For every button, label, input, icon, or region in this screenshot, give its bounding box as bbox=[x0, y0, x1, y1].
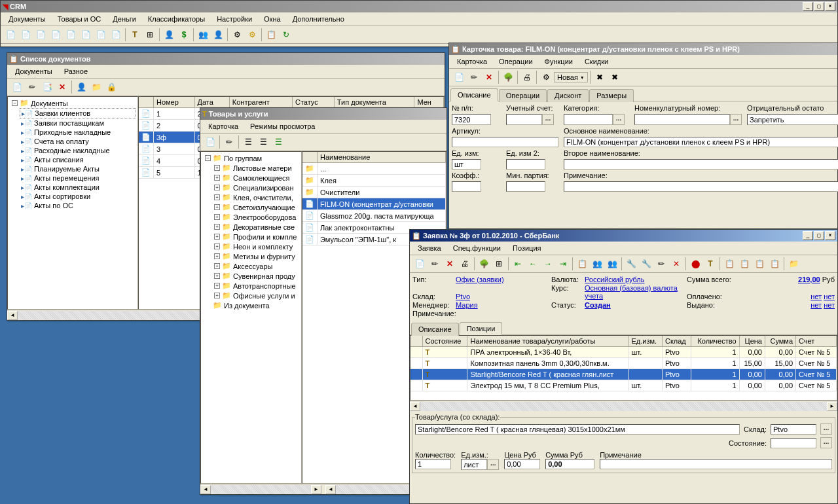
tb-x1-icon[interactable]: ✖ bbox=[592, 70, 607, 84]
table-row[interactable]: TStarlight/Bencore Red T ( красная глян.… bbox=[410, 369, 837, 380]
tb-p3-icon[interactable]: 👥 bbox=[605, 257, 619, 271]
goods-menu-card[interactable]: Карточка bbox=[203, 121, 244, 132]
goods-menu-view[interactable]: Режимы просмотра bbox=[245, 121, 320, 132]
column-header[interactable] bbox=[410, 336, 422, 347]
tb-a4-icon[interactable]: ✕ bbox=[669, 257, 683, 271]
tb-delete-icon[interactable]: ✕ bbox=[55, 80, 69, 94]
tb-p2-icon[interactable]: 👥 bbox=[590, 257, 604, 271]
tb-delete-icon[interactable]: ✕ bbox=[482, 70, 496, 84]
card-menu-func[interactable]: Функции bbox=[539, 56, 578, 67]
scroll-right-icon[interactable]: ► bbox=[311, 485, 321, 494]
tb-list1-icon[interactable]: ☰ bbox=[241, 135, 255, 149]
menu-goods[interactable]: Товары и ОС bbox=[52, 14, 107, 24]
column-header[interactable]: Статус bbox=[292, 97, 334, 108]
column-header[interactable]: Количество bbox=[691, 336, 740, 347]
tree-item[interactable]: +📁Клея, очистители, bbox=[213, 192, 300, 202]
tree-item[interactable]: ▸📄Акты сортировки bbox=[20, 192, 136, 201]
doclist-menu-misc[interactable]: Разное bbox=[59, 66, 93, 77]
card-note-field[interactable] bbox=[564, 181, 838, 192]
store-picker[interactable]: … bbox=[820, 423, 832, 435]
tb-b2-icon[interactable]: T bbox=[703, 257, 718, 271]
tree-item[interactable]: ▸📄Заявки клиентов bbox=[20, 108, 136, 118]
footer-note-field[interactable] bbox=[600, 459, 832, 469]
scroll-right-icon[interactable]: ► bbox=[827, 402, 837, 411]
tree-item[interactable]: ▸📄Расходные накладные bbox=[20, 146, 136, 155]
column-header[interactable]: Склад bbox=[662, 336, 691, 347]
tb-table-icon[interactable]: ⊞ bbox=[143, 27, 157, 42]
column-header[interactable]: Мен bbox=[414, 97, 444, 108]
column-header[interactable]: Контрагент bbox=[229, 97, 292, 108]
list-item[interactable]: 📁Очистители bbox=[302, 187, 446, 198]
tree-from-doc[interactable]: 📁 Из документа bbox=[204, 300, 300, 310]
tb-list3-icon[interactable]: ☰ bbox=[271, 135, 285, 149]
tree-item[interactable]: +📁Сувенирная проду bbox=[213, 271, 300, 281]
tree-item[interactable]: +📁Электрооборудова bbox=[213, 212, 300, 222]
tab-discount[interactable]: Дисконт bbox=[547, 89, 589, 102]
category-field[interactable] bbox=[564, 114, 613, 125]
doclist-menu-docs[interactable]: Документы bbox=[10, 66, 58, 77]
tree-root-documents[interactable]: − 📁 Документы bbox=[10, 98, 136, 108]
price-field[interactable] bbox=[504, 459, 540, 469]
tb-new-icon[interactable]: 📄 bbox=[412, 257, 427, 271]
list-item[interactable]: 📁Клея bbox=[302, 175, 446, 187]
tb-grid-icon[interactable]: ⊞ bbox=[492, 257, 506, 271]
tb-edit-icon[interactable]: ✏ bbox=[222, 135, 236, 149]
card-menu-card[interactable]: Карточка bbox=[452, 56, 492, 67]
footer-store-field[interactable] bbox=[771, 424, 816, 435]
expand-icon[interactable]: + bbox=[214, 243, 220, 249]
close-button[interactable]: × bbox=[825, 231, 835, 240]
tree-item[interactable]: +📁Офисные услуги и bbox=[213, 291, 300, 300]
tb-a3-icon[interactable]: ✏ bbox=[654, 257, 668, 271]
tb-b1-icon[interactable]: ⬤ bbox=[688, 257, 702, 271]
category-picker[interactable]: … bbox=[613, 114, 625, 125]
tab-positions[interactable]: Позиции bbox=[460, 322, 503, 335]
sum-field[interactable] bbox=[545, 459, 594, 469]
expand-icon[interactable]: + bbox=[214, 263, 220, 269]
tb-user-icon[interactable]: 👤 bbox=[162, 27, 176, 42]
tree-item[interactable]: +📁Аксессуары bbox=[213, 261, 300, 271]
expand-icon[interactable]: + bbox=[214, 273, 220, 279]
nomen-field[interactable] bbox=[634, 114, 730, 125]
tb-new-icon[interactable]: 📄 bbox=[452, 70, 466, 84]
tree-item[interactable]: ▸📄Акты комплектации bbox=[20, 183, 136, 192]
tb-tree-icon[interactable]: 🌳 bbox=[477, 257, 491, 271]
minimize-button[interactable]: _ bbox=[803, 2, 813, 11]
tb-new-icon[interactable]: 📄 bbox=[10, 80, 24, 94]
store-value[interactable]: Ptvo bbox=[456, 293, 547, 300]
table-row[interactable]: TЭлектрод 15 мм, T 8 CC Premium Plus,шт.… bbox=[410, 380, 837, 391]
column-header[interactable]: Номер bbox=[154, 97, 195, 108]
collapse-icon[interactable]: − bbox=[12, 100, 18, 106]
tb-doc7-icon[interactable]: 📄 bbox=[94, 27, 108, 42]
tree-item[interactable]: ▸📄Заявки поставщикам bbox=[20, 118, 136, 128]
tab-operations[interactable]: Операции bbox=[499, 89, 547, 102]
tb-sheet-icon[interactable]: 📋 bbox=[264, 27, 278, 42]
mgr-value[interactable]: Мария bbox=[456, 301, 547, 309]
status-value[interactable]: Создан bbox=[585, 301, 683, 309]
tb-list2-icon[interactable]: ☰ bbox=[256, 135, 270, 149]
tb-last-icon[interactable]: ⇥ bbox=[556, 257, 570, 271]
maximize-button[interactable]: □ bbox=[814, 231, 824, 240]
tb-a1-icon[interactable]: 🔧 bbox=[624, 257, 638, 271]
card-menu-disc[interactable]: Скидки bbox=[579, 56, 613, 67]
qty-field[interactable] bbox=[415, 459, 451, 469]
npp-field[interactable] bbox=[452, 114, 491, 125]
minimize-button[interactable]: _ bbox=[803, 231, 813, 240]
column-header[interactable]: Счет bbox=[796, 336, 837, 347]
table-row[interactable]: TПРА электронный, 1×36-40 Вт,шт.Ptvo10,0… bbox=[410, 347, 837, 358]
ed-picker[interactable]: … bbox=[487, 459, 499, 470]
tree-item[interactable]: +📁Метизы и фурниту bbox=[213, 251, 300, 261]
tb-gear1-icon[interactable]: ⚙ bbox=[230, 27, 244, 42]
expand-icon[interactable]: + bbox=[214, 234, 220, 240]
tb-c1-icon[interactable]: 📋 bbox=[722, 257, 737, 271]
tree-item[interactable]: +📁Профили и компле bbox=[213, 232, 300, 242]
tree-item[interactable]: ▸📄Акты по ОС bbox=[20, 201, 136, 210]
expand-icon[interactable]: + bbox=[214, 165, 220, 171]
ed2-field[interactable] bbox=[506, 159, 545, 170]
maximize-button[interactable]: □ bbox=[814, 2, 824, 11]
name2-field[interactable] bbox=[564, 159, 838, 170]
menu-windows[interactable]: Окна bbox=[259, 14, 286, 24]
tb-gear2-icon[interactable]: ⚙ bbox=[245, 27, 259, 42]
menu-settings[interactable]: Настройки bbox=[211, 14, 257, 24]
expand-icon[interactable]: + bbox=[214, 224, 220, 230]
tb-users-icon[interactable]: 👥 bbox=[196, 27, 210, 42]
